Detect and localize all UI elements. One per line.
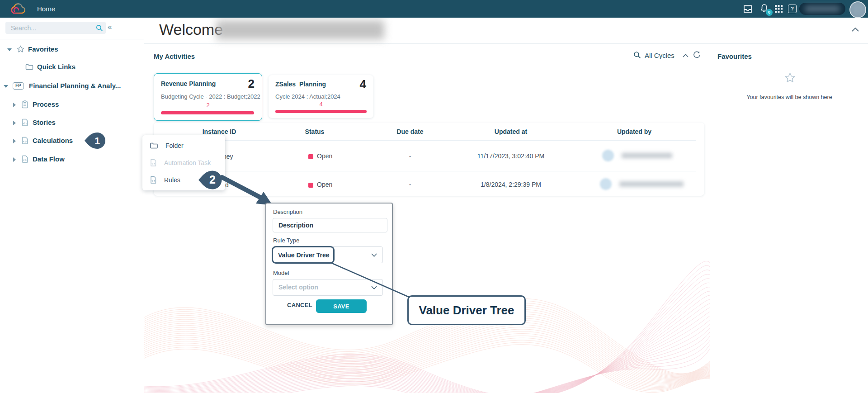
col-due-date[interactable]: Due date: [396, 128, 423, 135]
due-date-cell: -: [409, 152, 411, 160]
chevron-down-icon: [371, 253, 377, 257]
cycles-collapse-chevron-icon[interactable]: [683, 54, 689, 57]
sidebar-search: [5, 22, 106, 34]
sidebar-item-stories[interactable]: Stories: [0, 118, 144, 128]
search-input[interactable]: [10, 22, 93, 34]
description-input[interactable]: [273, 218, 387, 232]
my-activities-title: My Activities: [154, 52, 195, 60]
inbox-icon[interactable]: [743, 5, 753, 14]
card-count: 4: [360, 77, 366, 91]
value-driver-tree-callout: Value Driver Tree: [407, 295, 526, 325]
activity-card-revenue-planning[interactable]: Revenue Planning 2 Budgeting Cycle - 202…: [154, 73, 262, 121]
sidebar-divider: [0, 39, 144, 39]
status-dot: [308, 154, 313, 159]
sidebar-item-process[interactable]: Process: [0, 99, 144, 110]
home-nav-label[interactable]: Home: [37, 0, 55, 18]
notification-count-badge: 0: [766, 9, 773, 16]
expand-down-icon[interactable]: [4, 85, 8, 88]
welcome-band: Welcome: [144, 18, 868, 44]
status-cell: Open: [317, 181, 332, 188]
page-title: Welcome: [159, 21, 223, 38]
updated-at-cell: 1/8/2024, 2:29:39 PM: [481, 181, 541, 188]
callout-connector-line: [316, 259, 414, 301]
sidebar: « Favorites Quick Links FP Financial Pla…: [0, 18, 144, 393]
progress-bar: [275, 110, 367, 113]
help-icon[interactable]: ?: [788, 5, 797, 13]
menu-item-folder[interactable]: Folder: [142, 137, 225, 154]
favourites-star-icon: [784, 72, 796, 84]
cycles-search-icon[interactable]: [633, 51, 641, 59]
expand-right-icon[interactable]: [13, 157, 16, 162]
automation-task-icon: [150, 159, 157, 167]
search-icon[interactable]: [96, 24, 103, 32]
welcome-user-name-redacted: [216, 20, 384, 39]
favourites-title: Favourites: [717, 52, 752, 60]
calculations-code-doc-icon: [21, 137, 28, 145]
expand-right-icon[interactable]: [13, 103, 16, 107]
col-updated-by[interactable]: Updated by: [617, 128, 651, 135]
data-flow-doc-icon: [21, 155, 28, 163]
updated-by-name-redacted: [622, 153, 672, 158]
sidebar-collapse-icon[interactable]: «: [108, 23, 112, 32]
expand-down-icon[interactable]: [7, 48, 12, 52]
star-icon: [16, 45, 25, 53]
step-1-number: 1: [94, 135, 100, 147]
refresh-icon[interactable]: [693, 51, 701, 58]
model-placeholder: Select option: [273, 284, 318, 291]
updated-by-avatar: [602, 150, 614, 161]
model-label: Model: [273, 270, 289, 276]
updated-at-cell: 11/17/2023, 3:02:40 PM: [477, 152, 544, 160]
activities-divider: [154, 64, 699, 64]
progress-bar: [161, 111, 254, 114]
progress-count: 4: [269, 101, 373, 108]
favourites-panel: Favourites Your favourites will be shown…: [710, 44, 868, 393]
due-date-cell: -: [409, 181, 411, 188]
col-updated-at[interactable]: Updated at: [495, 128, 527, 135]
fp-badge: FP: [13, 82, 24, 90]
col-status[interactable]: Status: [305, 128, 325, 135]
sidebar-item-quick-links[interactable]: Quick Links: [0, 62, 144, 73]
step-1-badge: 1: [84, 131, 107, 150]
sidebar-item-favorites[interactable]: Favorites: [0, 44, 144, 55]
cancel-button[interactable]: CANCEL: [284, 301, 315, 309]
description-label: Description: [273, 208, 302, 215]
user-menu-pill[interactable]: [799, 3, 845, 15]
user-name-redacted: [805, 6, 840, 12]
stories-chart-doc-icon: [21, 118, 28, 127]
collapse-welcome-chevron-icon[interactable]: [852, 28, 859, 32]
updated-by-name-redacted: [619, 181, 684, 187]
rule-type-value: Value Driver Tree: [273, 251, 330, 259]
expand-right-icon[interactable]: [13, 139, 16, 143]
expand-right-icon[interactable]: [13, 121, 16, 125]
app-logo-icon[interactable]: [10, 2, 26, 16]
card-count: 2: [248, 77, 255, 91]
step-2-number: 2: [209, 173, 216, 186]
sidebar-item-financial-planning[interactable]: FP Financial Planning & Analy...: [0, 81, 144, 92]
col-instance-id[interactable]: Instance ID: [203, 128, 236, 135]
favourites-empty-text: Your favourites will be shown here: [746, 94, 832, 100]
updated-by-avatar: [600, 178, 612, 190]
status-dot: [308, 183, 313, 188]
sidebar-item-data-flow[interactable]: Data Flow: [0, 154, 144, 165]
status-cell: Open: [317, 152, 332, 160]
progress-count: 2: [154, 102, 262, 109]
table-row[interactable]: ney Open - 11/17/2023, 3:02:40 PM: [154, 141, 704, 171]
folder-icon: [150, 142, 158, 149]
rules-icon: [150, 176, 157, 184]
folder-icon: [25, 63, 33, 71]
rule-type-label: Rule Type: [273, 237, 299, 244]
app-grid-icon[interactable]: [775, 5, 783, 13]
save-button[interactable]: SAVE: [316, 299, 367, 313]
sidebar-item-calculations[interactable]: Calculations: [0, 136, 144, 147]
avatar[interactable]: [849, 1, 866, 18]
top-bar: Home 0 ?: [0, 0, 868, 18]
process-clipboard-icon: [21, 100, 28, 109]
activity-card-zsales-planning[interactable]: ZSales_Planning 4 Cycle 2024 : Actual;20…: [269, 75, 373, 118]
cycles-filter[interactable]: All Cycles: [645, 52, 675, 59]
app-root: Home 0 ?: [0, 0, 868, 393]
